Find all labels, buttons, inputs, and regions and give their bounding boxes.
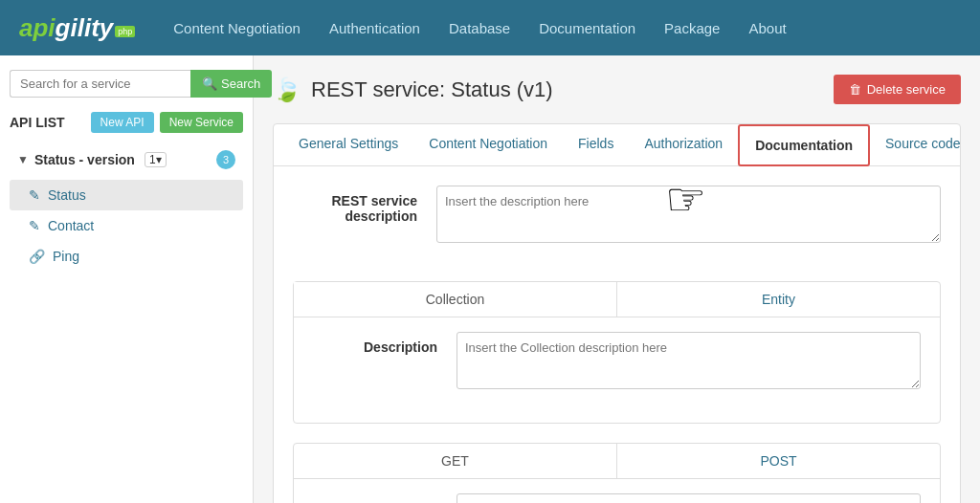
search-input[interactable]	[10, 70, 190, 98]
nav-links: Content Negotiation Authentication Datab…	[173, 3, 786, 54]
post-label: POST	[760, 453, 796, 469]
rest-description-section: REST servicedescription	[274, 166, 960, 281]
delete-btn-label: Delete service	[867, 82, 946, 97]
page-title-text: REST service: Status (v1)	[311, 77, 553, 102]
method-tabs-container: GET POST Description	[293, 443, 941, 503]
get-label: GET	[441, 453, 469, 469]
tabs: General Settings Content Negotiation Fie…	[274, 124, 960, 166]
nav-database[interactable]: Database	[449, 3, 510, 54]
collection-description-label: Description	[313, 332, 437, 355]
service-list: ✎ Status ✎ Contact 🔗 Ping	[10, 180, 243, 272]
tab-content-negotiation[interactable]: Content Negotiation	[413, 124, 563, 166]
collection-tabs-container: Collection Entity Description	[293, 281, 941, 424]
tab-source-code[interactable]: Source code	[870, 124, 976, 166]
new-api-button[interactable]: New API	[91, 112, 154, 133]
collection-form: Description	[294, 317, 940, 423]
api-list-label: API LIST	[10, 115, 65, 130]
nav-authentication[interactable]: Authentication	[329, 3, 420, 54]
link-icon-ping: 🔗	[29, 249, 45, 264]
method-form: Description	[294, 479, 940, 503]
method-tabs-header: GET POST	[294, 444, 940, 479]
edit-icon-status: ✎	[29, 187, 40, 203]
sub-tab-collection[interactable]: Collection	[294, 282, 617, 317]
sub-tabs: Collection Entity	[294, 282, 940, 317]
delete-service-button[interactable]: 🗑 Delete service	[834, 75, 961, 104]
sub-tab-entity-label: Entity	[762, 292, 795, 307]
sub-tab-entity[interactable]: Entity	[617, 282, 940, 317]
tab-general-settings[interactable]: General Settings	[283, 124, 413, 166]
method-tab-get[interactable]: GET	[294, 444, 617, 478]
method-description-row: Description	[313, 493, 921, 503]
service-item-contact[interactable]: ✎ Contact	[10, 210, 243, 241]
method-tab-post[interactable]: POST	[617, 444, 940, 478]
version-value: 1	[149, 153, 156, 166]
api-badge: 3	[216, 150, 235, 169]
trash-icon: 🗑	[849, 82, 861, 97]
logo-php: php	[115, 26, 135, 37]
layout: 🔍 Search API LIST New API New Service ▼ …	[0, 55, 980, 503]
api-name: Status - version	[34, 152, 135, 167]
rest-description-row: REST servicedescription	[293, 186, 941, 243]
leaf-icon: 🍃	[273, 77, 301, 103]
rest-description-textarea[interactable]	[436, 186, 941, 243]
version-selector[interactable]: 1 ▾	[145, 152, 167, 167]
tab-fields[interactable]: Fields	[563, 124, 629, 166]
method-description-textarea[interactable]	[457, 493, 921, 503]
method-description-label: Description	[313, 493, 437, 503]
tab-authorization[interactable]: Authorization	[629, 124, 738, 166]
collection-description-textarea[interactable]	[457, 332, 921, 389]
tabs-container: General Settings Content Negotiation Fie…	[273, 123, 961, 503]
sub-tab-collection-label: Collection	[426, 292, 484, 307]
service-label-contact: Contact	[48, 218, 94, 233]
nav-package[interactable]: Package	[664, 3, 720, 54]
nav-about[interactable]: About	[748, 3, 786, 54]
main-content: 🍃 REST service: Status (v1) 🗑 Delete ser…	[254, 55, 980, 503]
service-item-status[interactable]: ✎ Status	[10, 180, 243, 210]
api-list-header: API LIST New API New Service	[10, 112, 243, 133]
sidebar: 🔍 Search API LIST New API New Service ▼ …	[0, 55, 254, 503]
page-title: 🍃 REST service: Status (v1)	[273, 77, 553, 103]
tab-documentation[interactable]: Documentation	[738, 124, 870, 166]
nav-documentation[interactable]: Documentation	[539, 3, 635, 54]
logo: apigilityphp	[19, 13, 135, 43]
api-item-status[interactable]: ▼ Status - version 1 ▾ 3	[10, 144, 243, 175]
edit-icon-contact: ✎	[29, 218, 40, 233]
collection-description-row: Description	[313, 332, 921, 389]
search-bar: 🔍 Search	[10, 70, 243, 98]
chevron-down-icon: ▼	[17, 153, 29, 166]
new-service-button[interactable]: New Service	[160, 112, 243, 133]
rest-description-label: REST servicedescription	[293, 186, 417, 224]
top-nav: apigilityphp Content Negotiation Authent…	[0, 0, 980, 55]
page-header: 🍃 REST service: Status (v1) 🗑 Delete ser…	[273, 75, 961, 104]
service-label-status: Status	[48, 187, 86, 203]
logo-gility: gility	[56, 13, 114, 43]
logo-api: api	[19, 13, 56, 43]
service-label-ping: Ping	[53, 249, 79, 264]
nav-content-negotiation[interactable]: Content Negotiation	[173, 3, 301, 54]
version-arrow: ▾	[156, 153, 162, 166]
search-icon: 🔍	[202, 77, 217, 91]
api-buttons: New API New Service	[91, 112, 243, 133]
service-item-ping[interactable]: 🔗 Ping	[10, 241, 243, 272]
